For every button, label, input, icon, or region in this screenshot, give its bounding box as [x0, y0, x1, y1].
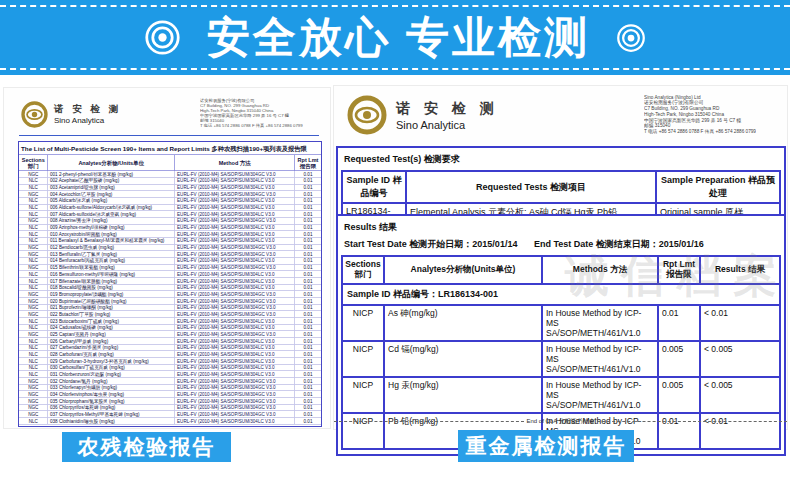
cell-report-limit: 0.01: [659, 306, 701, 340]
cell-report-limit: 0.01: [295, 171, 321, 177]
results-heading: Results 结果: [344, 221, 781, 234]
cell-analyte: 030 Carbosulfan/丁硫克百威 (mg/kg): [48, 364, 175, 370]
cell-analyte: 008 Atrazine/莠去津 (mg/kg): [48, 218, 175, 224]
col-header-method: Method 方法: [175, 155, 295, 171]
cell-method: EURL-FV (2010-M4) SA/SOP/SUM/304LC V3.0: [175, 371, 295, 377]
cell-report-limit: 0.01: [295, 278, 321, 284]
cell-report-limit: 0.01: [295, 311, 321, 317]
cell-analyte: 006 Aldicarb-sulfone/Aldoxycarb/涕灭砜威 (mg…: [48, 204, 175, 210]
cell-method: EURL-FV (2010-M4) SA/SOP/SUM/304GC V3.0: [175, 304, 295, 310]
cell-section: NGC: [19, 291, 48, 297]
table-row: NGC 035 Chlorpropham/氯苯胺灵 (mg/kg) EURL-F…: [19, 398, 321, 405]
cell-method: EURL-FV (2010-M4) SA/SOP/SUM/304GC V3.0: [175, 244, 295, 250]
cell-section: NGC: [19, 191, 48, 197]
bullseye-icon: [144, 19, 181, 56]
cell-section: NLC: [19, 284, 48, 290]
company-name-cn: 诺 安 检 测: [54, 103, 121, 116]
results-table-header: Sections 部门 Analytes分析物(Units单位) Methods…: [343, 257, 779, 283]
header-divider: [19, 135, 319, 136]
cell-section: NLC: [19, 184, 48, 190]
cell-method: EURL-FV (2010-M4) SA/SOP/SUM/304LC V3.0: [175, 204, 295, 210]
company-address: Sino Analytica (Ningbo) Ltd诺安检测服务(宁波)有限公…: [644, 94, 784, 134]
table-row: NGC 025 Captan/克菌丹 (mg/kg) EURL-FV (2010…: [19, 331, 321, 338]
cell-analyte: Hg 汞(mg/kg): [385, 378, 543, 412]
cell-analyte: 004 Acetochlor/乙草胺 (mg/kg): [48, 191, 175, 197]
pesticide-table-header: Sections 部门 Analytes分析物/Units单位 Method 方…: [19, 155, 321, 171]
cell-report-limit: 0.01: [295, 191, 321, 197]
cell-section: NLC: [19, 418, 48, 424]
cell-method: EURL-FV (2010-M4) SA/SOP/SUM/304GC V3.0: [175, 251, 295, 257]
cell-method: EURL-FV (2010-M4) SA/SOP/SUM/304GC V3.0: [175, 405, 295, 411]
cell-analyte: 037 Chlorpyrifos-Methyl/甲基毒死蜱 (mg/kg): [48, 411, 175, 417]
heavy-metal-report-document: 诺 安 检 测 Sino Analytica Sino Analytica (N…: [333, 85, 788, 430]
cell-report-limit: 0.01: [295, 251, 321, 257]
cell-analyte: 028 Carbofuran/克百威 (mg/kg): [48, 351, 175, 357]
cell-result: < 0.005: [701, 342, 779, 376]
cell-method: EURL-FV (2010-M4) SA/SOP/SUM/304LC V3.0: [175, 338, 295, 344]
table-row: NLC 006 Aldicarb-sulfone/Aldoxycarb/涕灭砜威…: [19, 204, 321, 211]
table-row: NGC 013 Benfluralin/乙丁氟灵 (mg/kg) EURL-FV…: [19, 251, 321, 258]
table-row: NGC 001 2-phenyl-phenol/邻苯基苯酚 (mg/kg) EU…: [19, 171, 321, 178]
cell-analyte: As 砷(mg/kg): [385, 306, 543, 340]
cell-section: NLC: [19, 231, 48, 237]
cell-analyte: 020 Bupirimate/乙嘧酚磺酸酯 (mg/kg): [48, 298, 175, 304]
table-row: NLC 029 Carbofuran-3-hydroxy/3-羟基克百威 (mg…: [19, 358, 321, 365]
table-row: NGC 034 Chlorfenvinphos/毒虫畏 (mg/kg) EURL…: [19, 391, 321, 398]
cell-analyte: 032 Chlordane/氯丹 (mg/kg): [48, 378, 175, 384]
cell-method: EURL-FV (2010-M4) SA/SOP/SUM/304LC V3.0: [175, 184, 295, 190]
header-banner: 安全放心 专业检测: [0, 0, 790, 75]
cell-method: In House Method by ICP-MS SA/SOP/METH/46…: [543, 342, 659, 376]
table-row: NLC 031 Chlorbenzuron/灭幼脲 (mg/kg) EURL-F…: [19, 371, 321, 378]
cell-report-limit: 0.01: [295, 411, 321, 417]
col-header-rpt-lmt: Rpt Lmt 报告限: [659, 257, 701, 283]
cell-section: NLC: [19, 211, 48, 217]
bullseye-icon: [616, 23, 646, 53]
cell-analyte: 034 Chlorfenvinphos/毒虫畏 (mg/kg): [48, 391, 175, 397]
cell-method: EURL-FV (2010-M4) SA/SOP/SUM/304GC V3.0: [175, 311, 295, 317]
cell-section: NGC: [19, 311, 48, 317]
cell-method: EURL-FV (2010-M4) SA/SOP/SUM/304GC V3.0: [175, 291, 295, 297]
table-row: NLC 002 Acephate/乙酰甲胺磷 (mg/kg) EURL-FV (…: [19, 178, 321, 185]
table-row: NLC 007 Aldicarb-sulfoxide/涕灭威亚砜 (mg/kg)…: [19, 211, 321, 218]
table-row: NGC 004 Acetochlor/乙草胺 (mg/kg) EURL-FV (…: [19, 191, 321, 198]
cell-analyte: 027 Carbendazim/多菌灵 (mg/kg): [48, 344, 175, 350]
start-test-date: Start Test Date 检测开始日期：2015/01/14: [344, 239, 517, 249]
cell-method: EURL-FV (2010-M4) SA/SOP/SUM/304LC V3.0: [175, 238, 295, 244]
cell-analyte: 001 2-phenyl-phenol/邻苯基苯酚 (mg/kg): [48, 171, 175, 177]
table-row: NGC 019 Bromopropylate/溴螨酯 (mg/kg) EURL-…: [19, 291, 321, 298]
table-row: NLC 023 Butocarboxim/丁硫威 (mg/kg) EURL-FV…: [19, 318, 321, 325]
pesticide-report-button[interactable]: 农残检验报告: [62, 432, 231, 462]
cell-analyte: 019 Bromopropylate/溴螨酯 (mg/kg): [48, 291, 175, 297]
company-name-cn: 诺 安 检 测: [396, 100, 499, 118]
cell-method: In House Method by ICP-MS SA/SOP/METH/46…: [543, 306, 659, 340]
cell-report-limit: 0.01: [295, 264, 321, 270]
cell-method: EURL-FV (2010-M4) SA/SOP/SUM/304LC V3.0: [175, 258, 295, 264]
table-row: NLC 018 Boscalid/啶酰菌胺 (mg/kg) EURL-FV (2…: [19, 284, 321, 291]
banner-title: 安全放心 专业检测: [207, 9, 590, 67]
company-name-en: Sino Analytica: [396, 119, 465, 131]
table-row: NGC 036 Chlorpyrifos/毒死蜱 (mg/kg) EURL-FV…: [19, 405, 321, 412]
cell-section: NLC: [19, 318, 48, 324]
end-of-coa-line: End of CoA 分析证书结束: [334, 417, 787, 426]
table-row: NLC 011 Benalaxyl & Benalaxyl-M/苯霜灵和精苯霜灵…: [19, 238, 321, 245]
cell-analyte: 023 Butocarboxim/丁硫威 (mg/kg): [48, 318, 175, 324]
address-line: T 电话 +86 574 2886 0788 F 传真 +86 574 2886…: [200, 123, 325, 128]
cell-report-limit: 0.01: [295, 224, 321, 230]
table-row: NGC 021 Buprofezin/噻嗪酮 (mg/kg) EURL-FV (…: [19, 304, 321, 311]
heavy-metal-report-button[interactable]: 重金属检测报告: [458, 430, 634, 462]
cell-report-limit: 0.01: [295, 385, 321, 391]
requested-tests-heading: Requested Test(s) 检测要求: [344, 153, 781, 166]
pesticide-table-body: NGC 001 2-phenyl-phenol/邻苯基苯酚 (mg/kg) EU…: [19, 171, 321, 425]
cell-analyte: 036 Chlorpyrifos/毒死蜱 (mg/kg): [48, 405, 175, 411]
cell-method: EURL-FV (2010-M4) SA/SOP/SUM/304GC V3.0: [175, 385, 295, 391]
cell-section: NGC: [19, 405, 48, 411]
cell-report-limit: 0.01: [295, 338, 321, 344]
cell-section: NGC: [19, 244, 48, 250]
cell-section: NLC: [19, 278, 48, 284]
cell-analyte: 029 Carbofuran-3-hydroxy/3-羟基克百威 (mg/kg): [48, 358, 175, 364]
cell-report-limit: 0.01: [295, 331, 321, 337]
cell-section: NGC: [19, 304, 48, 310]
table-row: NLC 028 Carbofuran/克百威 (mg/kg) EURL-FV (…: [19, 351, 321, 358]
cell-report-limit: 0.01: [295, 358, 321, 364]
cell-method: EURL-FV (2010-M4) SA/SOP/SUM/304LC V3.0: [175, 418, 295, 424]
